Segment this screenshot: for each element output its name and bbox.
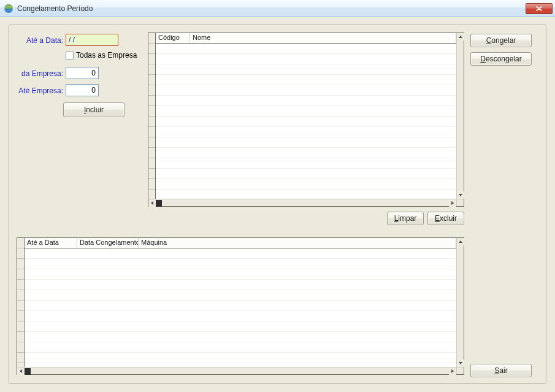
grid-historico-header: Até a Data Data Congelamento Máquina [25, 238, 456, 248]
hscroll-thumb[interactable] [156, 200, 162, 207]
scroll-up-icon[interactable] [457, 33, 464, 40]
grid-empresas-rowheads [148, 33, 156, 199]
ate-data-input[interactable] [66, 34, 118, 46]
grid-historico-vscroll[interactable] [456, 238, 464, 367]
incluir-button[interactable]: Incluir [63, 102, 124, 117]
todas-empresas-checkbox[interactable] [66, 52, 74, 60]
main-panel: Até a Data: Todas as Empresa da Empresa:… [9, 25, 546, 384]
grid-historico[interactable]: Até a Data Data Congelamento Máquina [17, 237, 464, 375]
grid-historico-col-datacongelamento[interactable]: Data Congelamento [77, 238, 139, 248]
titlebar: Congelamento Período [0, 0, 555, 17]
grid-empresas[interactable]: Código Nome [148, 33, 464, 207]
app-icon [4, 4, 13, 13]
limpar-button[interactable]: Limpar [387, 212, 424, 225]
grid-historico-col-atedata[interactable]: Até a Data [25, 238, 77, 248]
grid-empresas-col-codigo[interactable]: Código [156, 33, 190, 43]
grid-corner [456, 199, 464, 206]
scroll-down-icon[interactable] [457, 359, 464, 367]
scroll-right-icon[interactable] [449, 199, 456, 207]
grid-corner [456, 367, 464, 374]
grid-historico-body[interactable] [25, 248, 456, 367]
close-icon [536, 6, 542, 11]
ate-empresa-input[interactable] [66, 84, 99, 96]
descongelar-button[interactable]: Descongelar [470, 52, 532, 66]
da-empresa-label: da Empresa: [9, 69, 63, 78]
grid-empresas-body[interactable] [156, 44, 456, 199]
todas-empresas-label: Todas as Empresa [76, 51, 137, 60]
hscroll-thumb[interactable] [25, 368, 31, 375]
ate-empresa-label: Até Empresa: [9, 86, 63, 95]
scroll-up-icon[interactable] [457, 238, 464, 245]
congelar-button[interactable]: Congelar [470, 34, 532, 47]
grid-empresas-header: Código Nome [156, 33, 456, 44]
incluir-label-rest: ncluir [86, 106, 104, 114]
ate-data-label: Até a Data: [9, 36, 63, 45]
sair-button[interactable]: Sair [470, 364, 532, 377]
scroll-down-icon[interactable] [457, 191, 464, 199]
grid-empresas-col-nome[interactable]: Nome [190, 33, 456, 43]
scroll-right-icon[interactable] [449, 367, 456, 375]
scroll-left-icon[interactable] [148, 199, 156, 207]
todas-empresas-checkbox-wrap[interactable]: Todas as Empresa [66, 51, 137, 60]
window-title: Congelamento Período [17, 4, 526, 13]
grid-empresas-vscroll[interactable] [456, 33, 464, 199]
scroll-left-icon[interactable] [17, 367, 25, 375]
grid-empresas-hscroll[interactable] [148, 199, 456, 206]
grid-historico-col-maquina[interactable]: Máquina [139, 238, 456, 248]
grid-historico-hscroll[interactable] [17, 367, 456, 374]
grid-historico-rowheads [17, 238, 25, 367]
excluir-button[interactable]: Excluir [427, 212, 464, 225]
close-button[interactable] [526, 3, 553, 14]
da-empresa-input[interactable] [66, 67, 99, 79]
